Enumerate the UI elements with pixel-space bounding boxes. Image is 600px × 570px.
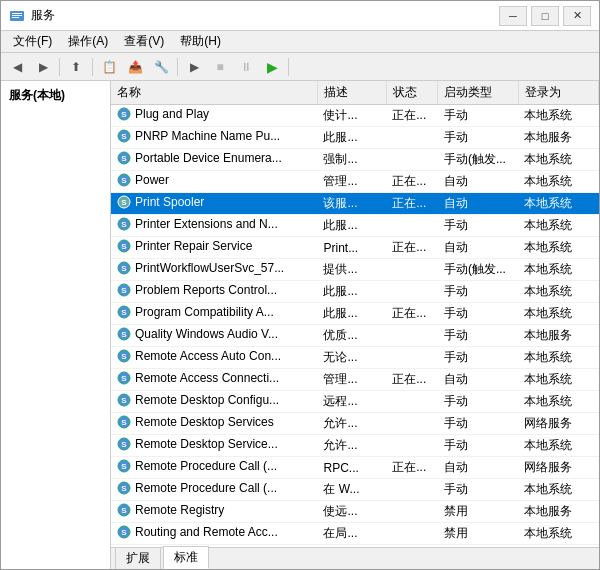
service-login-cell: 本地系统 [518, 105, 598, 127]
table-row[interactable]: S Remote Access Auto Con... 无论...手动本地系统 [111, 347, 599, 369]
svg-text:S: S [121, 198, 127, 207]
menu-file[interactable]: 文件(F) [5, 31, 60, 52]
close-button[interactable]: ✕ [563, 6, 591, 26]
table-row[interactable]: S Quality Windows Audio V... 优质...手动本地服务 [111, 325, 599, 347]
table-row[interactable]: S PrintWorkflowUserSvc_57... 提供...手动(触发.… [111, 259, 599, 281]
service-status-cell [386, 413, 438, 435]
table-row[interactable]: S PNRP Machine Name Pu... 此服...手动本地服务 [111, 127, 599, 149]
service-icon: S [117, 415, 131, 429]
service-desc-cell: 此服... [317, 281, 386, 303]
service-status-cell [386, 479, 438, 501]
col-header-start[interactable]: 启动类型 [438, 81, 518, 105]
menu-view[interactable]: 查看(V) [116, 31, 172, 52]
service-start-cell: 自动 [438, 457, 518, 479]
table-row[interactable]: S Remote Access Connecti... 管理...正在...自动… [111, 369, 599, 391]
col-header-name[interactable]: 名称 [111, 81, 317, 105]
menu-help[interactable]: 帮助(H) [172, 31, 229, 52]
svg-text:S: S [121, 352, 127, 361]
service-login-cell: 网络服务 [518, 457, 598, 479]
service-desc-cell: 无论... [317, 347, 386, 369]
back-button[interactable]: ◀ [5, 56, 29, 78]
main-window: 服务 ─ □ ✕ 文件(F) 操作(A) 查看(V) 帮助(H) ◀ ▶ ⬆ 📋… [0, 0, 600, 570]
svg-text:S: S [121, 242, 127, 251]
table-row[interactable]: S Print Spooler 该服...正在...自动本地系统 [111, 193, 599, 215]
svg-text:S: S [121, 330, 127, 339]
start-service-button[interactable]: ▶ [182, 56, 206, 78]
maximize-button[interactable]: □ [531, 6, 559, 26]
service-desc-cell: 使远... [317, 501, 386, 523]
properties-button[interactable]: 🔧 [149, 56, 173, 78]
service-status-cell: 正在... [386, 303, 438, 325]
table-row[interactable]: S Plug and Play 使计...正在...手动本地系统 [111, 105, 599, 127]
table-row[interactable]: S Remote Procedure Call (... RPC...正在...… [111, 457, 599, 479]
service-login-cell: 本地系统 [518, 215, 598, 237]
svg-text:S: S [121, 264, 127, 273]
svg-rect-2 [12, 15, 22, 16]
svg-text:S: S [121, 110, 127, 119]
service-name-cell: S Remote Registry [111, 501, 317, 523]
up-button[interactable]: ⬆ [64, 56, 88, 78]
service-desc-cell: 此服... [317, 303, 386, 325]
table-row[interactable]: S Portable Device Enumera... 强制...手动(触发.… [111, 149, 599, 171]
col-header-status[interactable]: 状态 [386, 81, 438, 105]
service-login-cell: 本地服务 [518, 325, 598, 347]
sidebar: 服务(本地) [1, 81, 111, 569]
svg-text:S: S [121, 506, 127, 515]
service-start-cell: 手动 [438, 479, 518, 501]
restart-service-button[interactable]: ▶ [260, 56, 284, 78]
service-status-cell [386, 259, 438, 281]
table-row[interactable]: S Remote Registry 使远...禁用本地服务 [111, 501, 599, 523]
service-desc-cell: 远程... [317, 391, 386, 413]
tab-standard[interactable]: 标准 [163, 546, 209, 569]
table-row[interactable]: S Remote Desktop Configu... 远程...手动本地系统 [111, 391, 599, 413]
tab-extended[interactable]: 扩展 [115, 547, 161, 569]
service-status-cell [386, 149, 438, 171]
service-start-cell: 自动 [438, 369, 518, 391]
table-row[interactable]: S Remote Desktop Service... 允许...手动本地系统 [111, 435, 599, 457]
export-button[interactable]: 📤 [123, 56, 147, 78]
service-icon: S [117, 129, 131, 143]
table-row[interactable]: S Printer Extensions and N... 此服...手动本地系… [111, 215, 599, 237]
table-row[interactable]: S Program Compatibility A... 此服...正在...手… [111, 303, 599, 325]
services-table-container[interactable]: 名称 描述 状态 启动类型 登录为 S Plug and Play 使计...正… [111, 81, 599, 547]
service-name-cell: S Printer Repair Service [111, 237, 317, 259]
service-name-cell: S PNRP Machine Name Pu... [111, 127, 317, 149]
minimize-button[interactable]: ─ [499, 6, 527, 26]
service-desc-cell: 优质... [317, 325, 386, 347]
service-name-cell: S Power [111, 171, 317, 193]
col-header-desc[interactable]: 描述 [317, 81, 386, 105]
svg-text:S: S [121, 308, 127, 317]
forward-button[interactable]: ▶ [31, 56, 55, 78]
service-desc-cell: 管理... [317, 369, 386, 391]
pause-service-button[interactable]: ⏸ [234, 56, 258, 78]
toolbar-separator-1 [59, 58, 60, 76]
svg-text:S: S [121, 176, 127, 185]
service-name-cell: S Portable Device Enumera... [111, 149, 317, 171]
menu-bar: 文件(F) 操作(A) 查看(V) 帮助(H) [1, 31, 599, 53]
service-name-cell: S Routing and Remote Acc... [111, 523, 317, 545]
stop-service-button[interactable]: ■ [208, 56, 232, 78]
service-status-cell: 正在... [386, 105, 438, 127]
service-login-cell: 本地服务 [518, 501, 598, 523]
toolbar-separator-3 [177, 58, 178, 76]
table-row[interactable]: S Remote Procedure Call (... 在 W...手动本地系… [111, 479, 599, 501]
svg-text:S: S [121, 484, 127, 493]
title-bar: 服务 ─ □ ✕ [1, 1, 599, 31]
table-row[interactable]: S Power 管理...正在...自动本地系统 [111, 171, 599, 193]
table-row[interactable]: S Printer Repair Service Print...正在...自动… [111, 237, 599, 259]
table-row[interactable]: S Remote Desktop Services 允许...手动网络服务 [111, 413, 599, 435]
service-start-cell: 手动 [438, 303, 518, 325]
table-row[interactable]: S Routing and Remote Acc... 在局...禁用本地系统 [111, 523, 599, 545]
service-icon: S [117, 349, 131, 363]
services-table: 名称 描述 状态 启动类型 登录为 S Plug and Play 使计...正… [111, 81, 599, 547]
service-login-cell: 本地系统 [518, 259, 598, 281]
show-hide-button[interactable]: 📋 [97, 56, 121, 78]
service-start-cell: 自动 [438, 193, 518, 215]
service-status-cell: 正在... [386, 237, 438, 259]
menu-action[interactable]: 操作(A) [60, 31, 116, 52]
table-row[interactable]: S Problem Reports Control... 此服...手动本地系统 [111, 281, 599, 303]
bottom-tabs: 扩展 标准 [111, 547, 599, 569]
col-header-login[interactable]: 登录为 [518, 81, 598, 105]
app-icon [9, 8, 25, 24]
service-icon: S [117, 107, 131, 121]
